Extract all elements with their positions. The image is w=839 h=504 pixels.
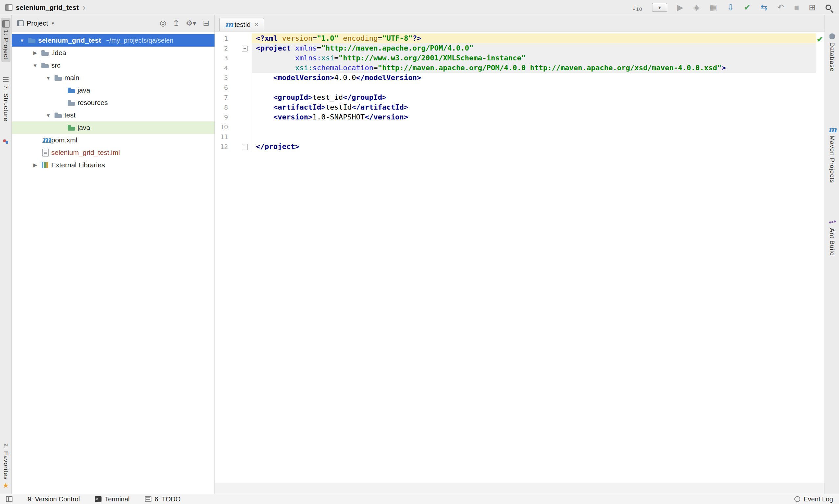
chevron-down-icon[interactable]: ▾ — [52, 20, 54, 26]
fold-gutter — [228, 34, 252, 43]
statusbar-todo[interactable]: 6: TODO — [145, 496, 181, 503]
code-text — [252, 83, 816, 92]
toolwindow-label: Maven Projects — [828, 136, 836, 183]
toolwindow-button-pin[interactable] — [1, 135, 11, 148]
tab-close-icon[interactable]: × — [254, 21, 258, 29]
tree-item-pom-xml[interactable]: pom.xml — [12, 134, 215, 146]
tree-item-label: pom.xml — [51, 136, 77, 144]
tree-toggle-icon[interactable]: ▼ — [44, 112, 53, 118]
inspections-ok-icon[interactable]: ✔ — [817, 35, 823, 44]
run-icon[interactable]: ▶ — [677, 3, 683, 12]
maven-icon — [41, 136, 50, 144]
tree-item-resources[interactable]: resources — [12, 96, 215, 109]
toolwindow-button-structure[interactable]: 7: Structure — [1, 73, 11, 124]
tree-item-main[interactable]: ▼main — [12, 72, 215, 84]
tree-toggle-icon[interactable]: ▼ — [44, 75, 53, 81]
breadcrumb-chevron-icon: › — [83, 3, 85, 12]
hide-panel-button[interactable]: ⊟ — [203, 19, 209, 27]
grid-icon — [6, 496, 13, 502]
tree-item-java[interactable]: java — [12, 84, 215, 96]
right-toolwindow-stripe: DatabaseMaven ProjectsAnt Build — [824, 15, 839, 494]
fold-gutter — [228, 73, 252, 83]
code-line: 8 <artifactId>testId</artifactId> — [215, 102, 816, 112]
iml-file-icon — [41, 148, 50, 157]
toolwindow-label: Database — [828, 42, 836, 72]
code-text — [252, 122, 816, 132]
fold-gutter — [228, 83, 252, 92]
status-bar-left: 9: Version ControlTerminal6: TODO — [6, 496, 181, 503]
project-toolwindow: Project ▾ ◎↥⚙▾⊟ ▼selenium_grid_test~/my_… — [12, 15, 215, 494]
collapse-all-button[interactable]: ↥ — [173, 19, 179, 27]
code-text: xsi:schemaLocation="http://maven.apache.… — [252, 63, 816, 73]
libraries-icon — [41, 161, 50, 169]
tree-item--idea[interactable]: ▶.idea — [12, 47, 215, 59]
folder-icon — [54, 73, 63, 82]
toolbar-icons: ↓₁₀▾▶◈▦⇩✔⇆↶■⊞ — [632, 3, 834, 12]
event-log-button[interactable]: Event Log — [794, 496, 833, 503]
statusbar-version-control[interactable]: 9: Version Control — [28, 496, 80, 503]
tab-testid[interactable]: testId × — [220, 18, 264, 31]
toolwindow-button-favorites[interactable]: 2: Favorites — [1, 441, 11, 492]
title-bar: selenium_grid_test › ↓₁₀▾▶◈▦⇩✔⇆↶■⊞ — [0, 0, 839, 15]
toolwindow-button-database[interactable]: Database — [827, 30, 837, 74]
locate-file-button[interactable]: ◎ — [160, 19, 166, 27]
code-editor[interactable]: 1<?xml version="1.0" encoding="UTF-8"?>2… — [215, 32, 816, 483]
profiler-grid-icon[interactable]: ▦ — [709, 3, 717, 12]
tree-item-java[interactable]: java — [12, 121, 215, 134]
tree-item-src[interactable]: ▼src — [12, 59, 215, 72]
run-config-dropdown[interactable]: ▾ — [652, 3, 667, 12]
folder-icon — [41, 61, 50, 70]
toolwindow-button-maven[interactable]: Maven Projects — [827, 123, 837, 186]
code-text: <project xmlns="http://maven.apache.org/… — [252, 43, 816, 53]
fold-gutter — [228, 132, 252, 142]
coverage-icon[interactable]: ◈ — [693, 3, 699, 12]
tree-toggle-icon[interactable]: ▼ — [17, 38, 27, 43]
event-log-icon — [794, 496, 800, 502]
code-line: 10 — [215, 122, 816, 132]
restore-layout-icon[interactable]: ⊞ — [809, 3, 816, 12]
code-text: <version>1.0-SNAPSHOT</version> — [252, 112, 816, 122]
toolwindow-button-project[interactable]: 1: Project — [1, 18, 11, 62]
tree-toggle-icon[interactable]: ▶ — [30, 162, 40, 168]
statusbar-label: Terminal — [105, 496, 130, 503]
fold-marker-icon[interactable] — [228, 142, 252, 151]
vcs-compare-icon[interactable]: ⇆ — [760, 3, 767, 12]
project-icon — [5, 4, 13, 11]
project-folder-icon — [28, 36, 37, 44]
left-stripe-top: 1: Project7: Structure — [1, 18, 11, 148]
tree-toggle-icon[interactable]: ▶ — [30, 50, 40, 56]
editor-wrap: 1<?xml version="1.0" encoding="UTF-8"?>2… — [215, 32, 824, 483]
tree-toggle-icon[interactable]: ▼ — [30, 63, 40, 68]
tree-item-test[interactable]: ▼test — [12, 109, 215, 121]
project-panel-title[interactable]: Project — [27, 19, 48, 27]
code-line: 5 <modelVersion>4.0.0</modelVersion> — [215, 73, 816, 83]
toolwindow-button-ant[interactable]: Ant Build — [827, 216, 837, 258]
stop-icon[interactable]: ■ — [794, 3, 799, 12]
code-line: 3 xmlns:xsi="http://www.w3.org/2001/XMLS… — [215, 53, 816, 63]
vcs-commit-icon[interactable]: ✔ — [744, 3, 751, 12]
tree-item-selenium-grid-test[interactable]: ▼selenium_grid_test~/my_projects/qa/sele… — [12, 34, 215, 47]
undo-icon[interactable]: ↶ — [777, 3, 784, 12]
tree-item-selenium-grid-test-iml[interactable]: selenium_grid_test.iml — [12, 146, 215, 159]
line-number: 4 — [215, 63, 228, 73]
editor-column: testId × 1<?xml version="1.0" encoding="… — [215, 15, 824, 494]
statusbar-toolwindow-switcher[interactable] — [6, 496, 13, 502]
pin-icon — [2, 138, 10, 145]
vcs-update-icon[interactable]: ⇩ — [727, 3, 734, 12]
tree-item-label: test — [64, 111, 75, 119]
statusbar-terminal[interactable]: Terminal — [95, 496, 130, 503]
settings-gear-button[interactable]: ⚙▾ — [186, 19, 196, 27]
terminal-icon — [95, 496, 102, 502]
left-toolwindow-stripe: 1: Project7: Structure 2: Favorites — [0, 15, 12, 494]
search-everywhere-icon[interactable] — [825, 5, 831, 10]
tree-item-label: src — [51, 61, 61, 69]
sort-numeric-icon[interactable]: ↓₁₀ — [632, 3, 642, 12]
line-number: 12 — [215, 142, 228, 151]
line-number: 8 — [215, 102, 228, 112]
test-folder-icon — [67, 123, 76, 132]
tree-item-external-libraries[interactable]: ▶External Libraries — [12, 159, 215, 171]
fold-marker-icon[interactable] — [228, 43, 252, 53]
line-number: 11 — [215, 132, 228, 142]
folder-icon — [54, 111, 63, 120]
line-number: 7 — [215, 92, 228, 102]
